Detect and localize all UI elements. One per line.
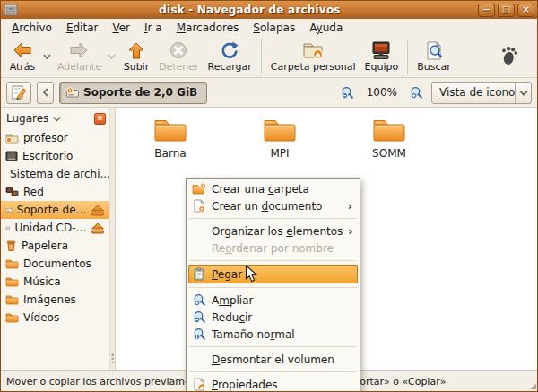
sidebar-item-papelera[interactable]: Papelera — [1, 237, 109, 255]
up-button[interactable]: Subir — [118, 39, 154, 74]
sidebar-item-documentos[interactable]: Documentos — [1, 255, 109, 273]
sidebar-item-soporte[interactable]: Soporte de... — [1, 201, 109, 219]
folder-icon — [5, 294, 19, 305]
back-history-dropdown[interactable] — [42, 43, 51, 70]
resize-grip[interactable]: ◢ — [530, 381, 535, 390]
up-arrow-icon — [127, 40, 145, 60]
forward-button: Adelante — [53, 39, 106, 74]
menu-item-crear-documento[interactable]: Crear un documento › — [187, 197, 359, 214]
computer-button[interactable]: Equipo — [360, 39, 404, 74]
menu-item-reducir[interactable]: Reducir — [187, 309, 359, 326]
zoom-normal-icon — [192, 327, 206, 342]
breadcrumb-scroll-left-button[interactable] — [37, 82, 54, 104]
menu-ir-a[interactable]: Ir a — [137, 21, 169, 35]
sidebar-close-button[interactable]: ✕ — [94, 113, 106, 125]
folder-icon — [371, 117, 407, 144]
sidebar-item-imagenes[interactable]: Imágenes — [1, 291, 109, 309]
menu-solapas[interactable]: Solapas — [246, 21, 302, 35]
toolbar-separator — [261, 39, 262, 74]
folder-icon — [262, 117, 298, 144]
folder-mpi[interactable]: MPI — [251, 117, 308, 160]
sidebar-item-sistema-de-archivos[interactable]: Sistema de archi... — [1, 165, 109, 183]
network-icon — [5, 187, 19, 197]
window-disk-icon — [4, 4, 18, 16]
window-title: disk - Navegador de archivos — [22, 4, 478, 16]
menu-item-desmontar-volumen[interactable]: Desmontar el volumen — [187, 351, 359, 368]
back-button[interactable]: Atrás — [4, 39, 40, 74]
home-folder-icon — [5, 133, 19, 144]
view-mode-select[interactable]: Vista de icono — [431, 82, 532, 104]
back-arrow-icon — [13, 40, 32, 60]
places-sidebar: Lugares ✕ profesor Escritorio — [1, 108, 109, 370]
sidebar-pane-select[interactable]: Lugares — [6, 112, 48, 125]
eject-button[interactable] — [91, 222, 105, 234]
folder-barna[interactable]: Barna — [142, 117, 199, 160]
folder-icon — [5, 312, 19, 323]
zoom-in-button[interactable] — [406, 83, 426, 102]
new-document-icon — [192, 199, 206, 213]
toolbar: Atrás Adelante Subir Detener — [1, 36, 537, 78]
chevron-down-icon[interactable] — [52, 116, 62, 122]
minimize-button[interactable]: − — [478, 4, 495, 17]
edit-location-button[interactable] — [6, 82, 31, 104]
paste-icon — [192, 267, 206, 282]
stop-icon — [169, 40, 187, 60]
file-manager-window: disk - Navegador de archivos − □ × Archi… — [0, 0, 538, 392]
zoom-level: 100% — [367, 86, 397, 99]
context-menu: Crear una carpeta Crear un documento › O… — [186, 178, 360, 392]
reload-button[interactable]: Recargar — [204, 39, 256, 74]
menu-separator — [189, 260, 357, 261]
titlebar[interactable]: disk - Navegador de archivos − □ × — [1, 1, 537, 19]
pane-splitter[interactable]: ••• — [109, 108, 116, 370]
properties-icon — [192, 378, 206, 392]
maximize-button[interactable]: □ — [498, 4, 515, 17]
sidebar-item-videos[interactable]: Vídeos — [1, 309, 109, 327]
folder-icon — [5, 258, 19, 269]
home-folder-icon — [302, 40, 324, 60]
menu-marcadores[interactable]: Marcadores — [169, 21, 247, 35]
menu-ayuda[interactable]: Ayuda — [302, 21, 350, 35]
breadcrumb-label: Soporte de 2,0 GiB — [83, 86, 197, 99]
search-icon — [425, 40, 444, 60]
menu-archivo[interactable]: Archivo — [4, 21, 59, 35]
toolbar-separator — [407, 39, 408, 74]
menu-item-organizar-elementos[interactable]: Organizar los elementos › — [187, 222, 359, 240]
close-button[interactable]: × — [517, 4, 534, 17]
menu-item-tamano-normal[interactable]: Tamaño normal — [187, 326, 359, 343]
reload-icon — [221, 40, 239, 60]
sidebar-item-escritorio[interactable]: Escritorio — [1, 147, 109, 165]
search-button[interactable]: Buscar — [412, 39, 456, 74]
desktop-icon — [5, 151, 18, 161]
trash-icon — [5, 240, 17, 252]
menu-item-crear-carpeta[interactable]: Crear una carpeta — [187, 180, 359, 197]
menu-ver[interactable]: Ver — [105, 21, 137, 35]
menu-separator — [189, 371, 357, 372]
gnome-logo-icon — [499, 45, 519, 69]
submenu-arrow-icon: › — [348, 199, 354, 213]
volume-icon — [65, 87, 80, 99]
forward-arrow-icon — [69, 40, 89, 60]
submenu-arrow-icon: › — [348, 224, 354, 238]
chevron-down-icon — [515, 83, 531, 103]
sidebar-item-red[interactable]: Red — [1, 183, 109, 201]
menu-item-pegar[interactable]: Pegar — [188, 265, 358, 283]
menu-editar[interactable]: Editar — [59, 21, 106, 35]
menubar: Archivo Editar Ver Ir a Marcadores Solap… — [1, 19, 537, 36]
folder-somm[interactable]: SOMM — [360, 117, 418, 160]
menu-separator — [189, 218, 357, 219]
sidebar-item-profesor[interactable]: profesor — [1, 129, 109, 147]
sidebar-item-musica[interactable]: Música — [1, 273, 109, 291]
sidebar-item-unidad-cd[interactable]: Unidad CD-... — [1, 219, 109, 237]
zoom-out-button[interactable] — [338, 83, 358, 102]
view-mode-value: Vista de icono — [432, 86, 515, 99]
home-button[interactable]: Carpeta personal — [266, 39, 360, 74]
eject-button[interactable] — [91, 205, 105, 216]
menu-item-propiedades[interactable]: Propiedades — [187, 376, 359, 392]
breadcrumb-volume-button[interactable]: Soporte de 2,0 GiB — [59, 82, 207, 104]
zoom-in-icon — [192, 293, 206, 308]
forward-history-dropdown — [108, 43, 117, 70]
menu-item-ampliar[interactable]: Ampliar — [187, 292, 359, 309]
mouse-cursor — [245, 265, 258, 286]
computer-icon — [371, 40, 391, 60]
menu-item-reordenar-por-nombre: Reordenar por nombre — [187, 240, 359, 257]
